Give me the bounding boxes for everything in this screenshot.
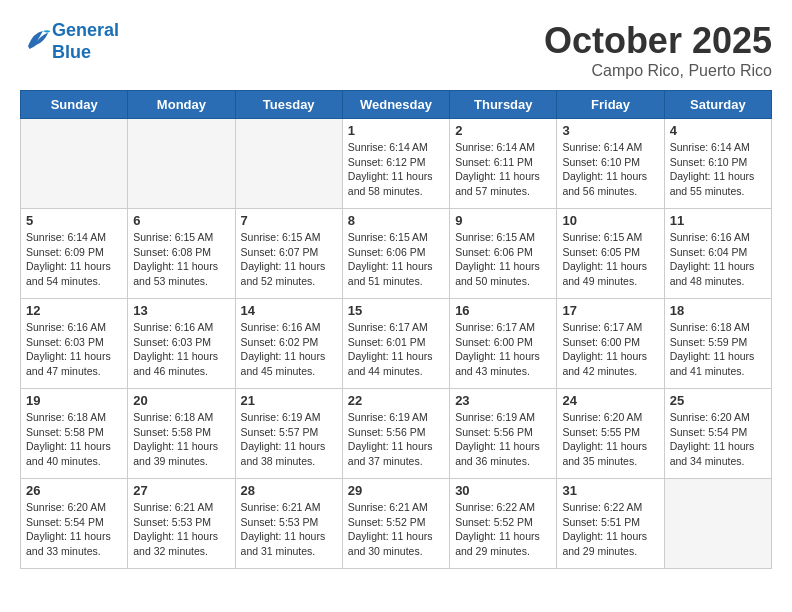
calendar-day-cell: 6Sunrise: 6:15 AM Sunset: 6:08 PM Daylig… — [128, 209, 235, 299]
calendar-day-cell: 26Sunrise: 6:20 AM Sunset: 5:54 PM Dayli… — [21, 479, 128, 569]
calendar-day-cell: 3Sunrise: 6:14 AM Sunset: 6:10 PM Daylig… — [557, 119, 664, 209]
weekday-header-sunday: Sunday — [21, 91, 128, 119]
day-info: Sunrise: 6:14 AM Sunset: 6:10 PM Dayligh… — [670, 140, 766, 199]
day-info: Sunrise: 6:21 AM Sunset: 5:53 PM Dayligh… — [133, 500, 229, 559]
calendar-day-cell: 11Sunrise: 6:16 AM Sunset: 6:04 PM Dayli… — [664, 209, 771, 299]
day-info: Sunrise: 6:20 AM Sunset: 5:55 PM Dayligh… — [562, 410, 658, 469]
calendar-day-cell: 25Sunrise: 6:20 AM Sunset: 5:54 PM Dayli… — [664, 389, 771, 479]
page-header: General Blue October 2025 Campo Rico, Pu… — [20, 20, 772, 80]
title-block: October 2025 Campo Rico, Puerto Rico — [544, 20, 772, 80]
day-info: Sunrise: 6:21 AM Sunset: 5:53 PM Dayligh… — [241, 500, 337, 559]
day-number: 10 — [562, 213, 658, 228]
day-info: Sunrise: 6:16 AM Sunset: 6:03 PM Dayligh… — [133, 320, 229, 379]
day-info: Sunrise: 6:17 AM Sunset: 6:00 PM Dayligh… — [562, 320, 658, 379]
day-info: Sunrise: 6:14 AM Sunset: 6:10 PM Dayligh… — [562, 140, 658, 199]
day-info: Sunrise: 6:21 AM Sunset: 5:52 PM Dayligh… — [348, 500, 444, 559]
day-number: 22 — [348, 393, 444, 408]
day-info: Sunrise: 6:20 AM Sunset: 5:54 PM Dayligh… — [670, 410, 766, 469]
day-info: Sunrise: 6:18 AM Sunset: 5:58 PM Dayligh… — [133, 410, 229, 469]
day-info: Sunrise: 6:15 AM Sunset: 6:06 PM Dayligh… — [455, 230, 551, 289]
calendar-day-cell: 8Sunrise: 6:15 AM Sunset: 6:06 PM Daylig… — [342, 209, 449, 299]
day-number: 7 — [241, 213, 337, 228]
day-number: 5 — [26, 213, 122, 228]
calendar-day-cell: 31Sunrise: 6:22 AM Sunset: 5:51 PM Dayli… — [557, 479, 664, 569]
calendar-day-cell: 23Sunrise: 6:19 AM Sunset: 5:56 PM Dayli… — [450, 389, 557, 479]
day-info: Sunrise: 6:19 AM Sunset: 5:56 PM Dayligh… — [348, 410, 444, 469]
weekday-header-saturday: Saturday — [664, 91, 771, 119]
day-info: Sunrise: 6:18 AM Sunset: 5:59 PM Dayligh… — [670, 320, 766, 379]
day-number: 18 — [670, 303, 766, 318]
month-title: October 2025 — [544, 20, 772, 62]
day-info: Sunrise: 6:15 AM Sunset: 6:06 PM Dayligh… — [348, 230, 444, 289]
day-number: 27 — [133, 483, 229, 498]
day-info: Sunrise: 6:16 AM Sunset: 6:02 PM Dayligh… — [241, 320, 337, 379]
day-number: 6 — [133, 213, 229, 228]
day-info: Sunrise: 6:18 AM Sunset: 5:58 PM Dayligh… — [26, 410, 122, 469]
calendar-day-cell: 20Sunrise: 6:18 AM Sunset: 5:58 PM Dayli… — [128, 389, 235, 479]
calendar-week-row: 12Sunrise: 6:16 AM Sunset: 6:03 PM Dayli… — [21, 299, 772, 389]
day-number: 19 — [26, 393, 122, 408]
day-number: 11 — [670, 213, 766, 228]
calendar-week-row: 1Sunrise: 6:14 AM Sunset: 6:12 PM Daylig… — [21, 119, 772, 209]
calendar-day-cell: 27Sunrise: 6:21 AM Sunset: 5:53 PM Dayli… — [128, 479, 235, 569]
day-number: 31 — [562, 483, 658, 498]
calendar-week-row: 26Sunrise: 6:20 AM Sunset: 5:54 PM Dayli… — [21, 479, 772, 569]
day-info: Sunrise: 6:17 AM Sunset: 6:00 PM Dayligh… — [455, 320, 551, 379]
day-number: 28 — [241, 483, 337, 498]
calendar-day-cell: 4Sunrise: 6:14 AM Sunset: 6:10 PM Daylig… — [664, 119, 771, 209]
day-number: 29 — [348, 483, 444, 498]
calendar-empty-cell — [235, 119, 342, 209]
day-info: Sunrise: 6:15 AM Sunset: 6:07 PM Dayligh… — [241, 230, 337, 289]
weekday-header-monday: Monday — [128, 91, 235, 119]
calendar-header-row: SundayMondayTuesdayWednesdayThursdayFrid… — [21, 91, 772, 119]
day-number: 8 — [348, 213, 444, 228]
weekday-header-friday: Friday — [557, 91, 664, 119]
calendar-day-cell: 16Sunrise: 6:17 AM Sunset: 6:00 PM Dayli… — [450, 299, 557, 389]
day-info: Sunrise: 6:16 AM Sunset: 6:03 PM Dayligh… — [26, 320, 122, 379]
calendar-day-cell: 10Sunrise: 6:15 AM Sunset: 6:05 PM Dayli… — [557, 209, 664, 299]
day-number: 25 — [670, 393, 766, 408]
day-number: 20 — [133, 393, 229, 408]
day-number: 2 — [455, 123, 551, 138]
calendar-day-cell: 12Sunrise: 6:16 AM Sunset: 6:03 PM Dayli… — [21, 299, 128, 389]
calendar-day-cell: 29Sunrise: 6:21 AM Sunset: 5:52 PM Dayli… — [342, 479, 449, 569]
calendar-week-row: 5Sunrise: 6:14 AM Sunset: 6:09 PM Daylig… — [21, 209, 772, 299]
day-number: 3 — [562, 123, 658, 138]
day-info: Sunrise: 6:15 AM Sunset: 6:05 PM Dayligh… — [562, 230, 658, 289]
calendar-day-cell: 21Sunrise: 6:19 AM Sunset: 5:57 PM Dayli… — [235, 389, 342, 479]
day-number: 4 — [670, 123, 766, 138]
calendar-day-cell: 22Sunrise: 6:19 AM Sunset: 5:56 PM Dayli… — [342, 389, 449, 479]
day-number: 13 — [133, 303, 229, 318]
calendar-day-cell: 1Sunrise: 6:14 AM Sunset: 6:12 PM Daylig… — [342, 119, 449, 209]
calendar-day-cell: 2Sunrise: 6:14 AM Sunset: 6:11 PM Daylig… — [450, 119, 557, 209]
location-subtitle: Campo Rico, Puerto Rico — [544, 62, 772, 80]
day-number: 16 — [455, 303, 551, 318]
calendar-day-cell: 15Sunrise: 6:17 AM Sunset: 6:01 PM Dayli… — [342, 299, 449, 389]
day-number: 1 — [348, 123, 444, 138]
calendar-empty-cell — [664, 479, 771, 569]
calendar-week-row: 19Sunrise: 6:18 AM Sunset: 5:58 PM Dayli… — [21, 389, 772, 479]
calendar-day-cell: 17Sunrise: 6:17 AM Sunset: 6:00 PM Dayli… — [557, 299, 664, 389]
day-info: Sunrise: 6:19 AM Sunset: 5:56 PM Dayligh… — [455, 410, 551, 469]
calendar-day-cell: 24Sunrise: 6:20 AM Sunset: 5:55 PM Dayli… — [557, 389, 664, 479]
day-info: Sunrise: 6:15 AM Sunset: 6:08 PM Dayligh… — [133, 230, 229, 289]
calendar-day-cell: 9Sunrise: 6:15 AM Sunset: 6:06 PM Daylig… — [450, 209, 557, 299]
calendar-day-cell: 13Sunrise: 6:16 AM Sunset: 6:03 PM Dayli… — [128, 299, 235, 389]
day-number: 24 — [562, 393, 658, 408]
calendar-empty-cell — [21, 119, 128, 209]
logo-text: General Blue — [52, 20, 119, 63]
day-info: Sunrise: 6:17 AM Sunset: 6:01 PM Dayligh… — [348, 320, 444, 379]
day-number: 30 — [455, 483, 551, 498]
calendar-day-cell: 30Sunrise: 6:22 AM Sunset: 5:52 PM Dayli… — [450, 479, 557, 569]
calendar-day-cell: 18Sunrise: 6:18 AM Sunset: 5:59 PM Dayli… — [664, 299, 771, 389]
calendar-day-cell: 28Sunrise: 6:21 AM Sunset: 5:53 PM Dayli… — [235, 479, 342, 569]
weekday-header-wednesday: Wednesday — [342, 91, 449, 119]
day-info: Sunrise: 6:14 AM Sunset: 6:11 PM Dayligh… — [455, 140, 551, 199]
day-number: 26 — [26, 483, 122, 498]
weekday-header-tuesday: Tuesday — [235, 91, 342, 119]
day-info: Sunrise: 6:14 AM Sunset: 6:12 PM Dayligh… — [348, 140, 444, 199]
day-number: 9 — [455, 213, 551, 228]
day-number: 17 — [562, 303, 658, 318]
day-number: 23 — [455, 393, 551, 408]
calendar-day-cell: 19Sunrise: 6:18 AM Sunset: 5:58 PM Dayli… — [21, 389, 128, 479]
